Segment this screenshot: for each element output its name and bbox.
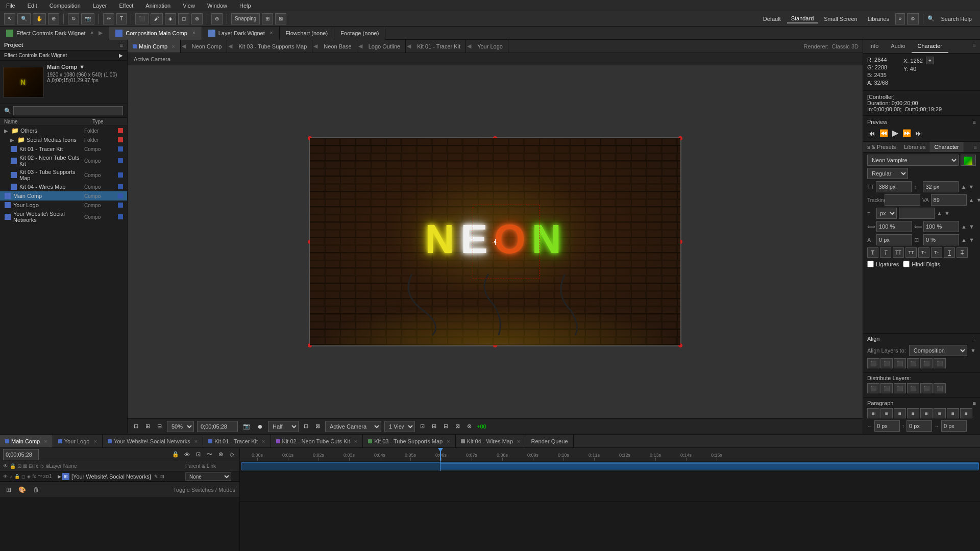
size-up-btn[interactable]: ▲: [961, 184, 966, 190]
char-panel-menu[interactable]: ≡: [971, 142, 980, 152]
select-tool[interactable]: ↖: [4, 13, 15, 24]
layer-expr-btn[interactable]: ⊡: [159, 473, 165, 480]
search-help-btn[interactable]: Search Help: [937, 15, 976, 23]
effect-controls-tab[interactable]: Effect Controls Dark Wignet × ▶: [0, 27, 109, 40]
time-input[interactable]: [197, 421, 238, 432]
brush-tool[interactable]: 🖌: [151, 13, 163, 24]
dist-vcenter[interactable]: ⬛: [920, 383, 933, 393]
align-point-tool[interactable]: ⊞: [262, 13, 273, 24]
roi-btn[interactable]: ⊠: [313, 422, 322, 431]
list-item[interactable]: Kit 04 - Wires Map Compo: [0, 182, 127, 191]
para-align-right[interactable]: ≡: [894, 408, 906, 418]
preview-play[interactable]: ▶: [891, 128, 899, 138]
tab-info[interactable]: Info: [863, 40, 885, 53]
preview-skip-fwd[interactable]: ⏭: [914, 129, 923, 137]
tl-tab-close-wires[interactable]: ×: [517, 438, 520, 444]
menu-help[interactable]: Help: [237, 2, 253, 10]
footage-tab[interactable]: Footage (none): [334, 27, 385, 40]
list-item[interactable]: Your Website\ Social Networks Compo: [0, 210, 127, 224]
full-screen-btn[interactable]: ⊞: [143, 422, 152, 431]
tl-tab-tube-supports[interactable]: Kit 03 - Tube Supports Map ×: [363, 435, 455, 448]
scale-down-btn[interactable]: ▼: [969, 223, 974, 230]
tracking-input[interactable]: [885, 194, 920, 206]
flowchart-tab[interactable]: Flowchart (none): [280, 27, 335, 40]
bold-btn[interactable]: T: [867, 247, 878, 258]
resolution-btn[interactable]: ⊡: [302, 422, 310, 431]
align-left[interactable]: ⬛: [867, 358, 879, 368]
tl-tab-neon-tube[interactable]: Kit 02 - Neon Tube Cuts Kit ×: [271, 435, 363, 448]
tab-character[interactable]: Character: [912, 40, 948, 53]
composition-tab[interactable]: Composition Main Comp ×: [109, 27, 202, 40]
layer-eye-icon[interactable]: 👁: [3, 473, 8, 480]
tl-tab-your-logo[interactable]: Your Logo ×: [53, 435, 103, 448]
list-item-selected[interactable]: Main Comp Compo: [0, 191, 127, 201]
parent-select[interactable]: None: [185, 472, 231, 481]
workspace-libraries[interactable]: Libraries: [864, 15, 893, 23]
menu-window[interactable]: Window: [205, 2, 229, 10]
layer-close[interactable]: ×: [270, 30, 273, 36]
search-tool[interactable]: 🔍: [17, 13, 31, 24]
align-bottom[interactable]: ⬛: [934, 358, 946, 368]
leading-input[interactable]: [923, 181, 959, 192]
unit-down-btn[interactable]: ▼: [944, 210, 950, 216]
scale-v-input[interactable]: [923, 221, 959, 232]
view-grid-4[interactable]: ⊠: [453, 422, 462, 431]
align-layers-menu[interactable]: ▼: [970, 347, 976, 354]
tab-audio[interactable]: Audio: [885, 40, 911, 53]
dist-left[interactable]: ⬛: [867, 383, 879, 393]
layer-blend-icon[interactable]: ◈: [27, 473, 31, 480]
layer-collapse-icon[interactable]: ◻: [21, 473, 26, 480]
list-item[interactable]: ▶ 📁 Others Folder: [0, 126, 127, 135]
workspace-default[interactable]: Default: [759, 15, 785, 23]
snapshot-btn[interactable]: ⊟: [155, 422, 164, 431]
subscript-btn[interactable]: T+: [931, 247, 942, 258]
viewer-canvas[interactable]: N E O N: [128, 65, 863, 418]
tab-libraries[interactable]: Libraries: [900, 142, 930, 152]
baseline-down-btn[interactable]: ▼: [969, 237, 974, 243]
tl-anchor-btn[interactable]: ⊗: [216, 450, 225, 459]
comp-dropdown-arrow[interactable]: ▼: [79, 64, 85, 70]
menu-file[interactable]: File: [4, 2, 17, 10]
tl-new-solid-btn[interactable]: 🎨: [16, 485, 28, 494]
viewer-tab-tracer-kit[interactable]: Kit 01 - Tracer Kit: [412, 40, 466, 53]
superscript-btn[interactable]: T+: [918, 247, 929, 258]
camera-select[interactable]: Active Camera: [325, 421, 381, 432]
unit-input[interactable]: [899, 208, 935, 219]
text-tool[interactable]: T: [116, 13, 127, 24]
para-justify[interactable]: ≡: [907, 408, 919, 418]
viewer-tab-main-comp[interactable]: Main Comp ×: [128, 40, 181, 53]
italic-btn[interactable]: T: [880, 247, 891, 258]
va-down-btn[interactable]: ▼: [976, 197, 981, 203]
view-grid-3[interactable]: ⊟: [442, 422, 450, 431]
menu-view[interactable]: View: [181, 2, 197, 10]
align-menu[interactable]: ≡: [973, 336, 976, 342]
tl-tab-close-logo[interactable]: ×: [93, 438, 96, 444]
preview-skip-back[interactable]: ⏮: [867, 129, 876, 137]
rotate-tool[interactable]: ↻: [68, 13, 79, 24]
list-item[interactable]: Kit 02 - Neon Tube Cuts Kit Compo: [0, 154, 127, 168]
dist-right[interactable]: ⬛: [894, 383, 906, 393]
scale-h-input[interactable]: [876, 221, 912, 232]
tab-character-active[interactable]: Character: [930, 142, 963, 152]
tl-trash-btn[interactable]: 🗑: [31, 485, 41, 494]
baseline-input[interactable]: [876, 234, 912, 245]
tl-tab-wires[interactable]: Kit 04 - Wires Map ×: [456, 435, 526, 448]
quality-select[interactable]: Half: [268, 421, 299, 432]
roto-tool[interactable]: ⊗: [191, 13, 203, 24]
camera-tool[interactable]: 📷: [81, 13, 94, 24]
list-item[interactable]: Your Logo Compo: [0, 201, 127, 210]
pen-tool[interactable]: ✏: [103, 13, 114, 24]
tl-add-marker[interactable]: ◇: [227, 450, 236, 459]
view-grid-5[interactable]: ⊗: [465, 422, 474, 431]
layer-3d-icon[interactable]: 3D: [43, 473, 50, 480]
workspace-settings[interactable]: ⚙: [907, 13, 919, 24]
font-color-btn[interactable]: [961, 155, 976, 166]
layer-audio-icon[interactable]: ♪: [9, 473, 13, 480]
dist-hcenter[interactable]: ⬛: [880, 383, 893, 393]
workspace-standard[interactable]: Standard: [787, 14, 818, 23]
font-select[interactable]: Neon Vampire: [867, 155, 959, 166]
add-keyframe-btn[interactable]: +: [926, 57, 934, 64]
preview-step-fwd[interactable]: ⏩: [901, 129, 912, 137]
va-input[interactable]: [931, 194, 967, 206]
para-last-right[interactable]: ≡: [934, 408, 946, 418]
